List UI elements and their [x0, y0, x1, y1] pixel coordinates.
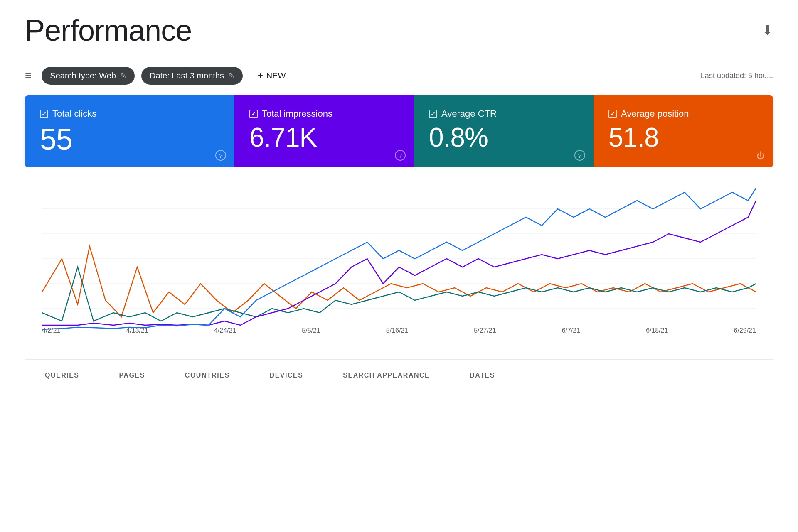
tab-dates[interactable]: DATES	[450, 360, 515, 392]
metric-label-impressions: Total impressions	[249, 108, 399, 119]
metric-info-clicks[interactable]: ?	[215, 150, 226, 161]
metric-value-clicks: 55	[40, 124, 219, 154]
x-label-1: 4/13/21	[126, 327, 148, 334]
search-type-edit-icon: ✎	[120, 71, 126, 80]
search-type-chip[interactable]: Search type: Web ✎	[42, 67, 135, 85]
metrics-container: Total clicks 55 ? Total impressions 6.71…	[25, 95, 773, 167]
filter-icon[interactable]: ≡	[25, 69, 32, 82]
x-label-3: 5/5/21	[302, 327, 320, 334]
download-icon[interactable]: ⬇	[762, 22, 773, 38]
metric-info-ctr[interactable]: ?	[574, 150, 585, 161]
page-container: Performance ⬇ ≡ Search type: Web ✎ Date:…	[0, 0, 798, 532]
x-label-6: 6/7/21	[562, 327, 580, 334]
date-edit-icon: ✎	[228, 71, 234, 80]
toolbar: ≡ Search type: Web ✎ Date: Last 3 months…	[0, 54, 798, 95]
metric-checkbox-clicks[interactable]	[40, 110, 48, 118]
date-chip[interactable]: Date: Last 3 months ✎	[141, 67, 243, 85]
chart-container: 4/2/21 4/13/21 4/24/21 5/5/21 5/16/21 5/…	[25, 167, 773, 360]
metric-card-position[interactable]: Average position 51.8 ⏻	[594, 95, 773, 167]
date-label: Date: Last 3 months	[150, 71, 224, 81]
metric-checkbox-impressions[interactable]	[249, 110, 258, 118]
page-title: Performance	[25, 13, 192, 47]
new-label: NEW	[266, 71, 286, 81]
header: Performance ⬇	[0, 0, 798, 54]
metric-label-clicks: Total clicks	[40, 108, 219, 119]
metric-info-impressions[interactable]: ?	[395, 150, 406, 161]
metric-card-impressions[interactable]: Total impressions 6.71K ?	[234, 95, 414, 167]
tab-search-appearance[interactable]: SEARCH APPEARANCE	[323, 360, 450, 392]
x-label-2: 4/24/21	[214, 327, 236, 334]
metric-label-position: Average position	[608, 108, 758, 119]
metric-card-ctr[interactable]: Average CTR 0.8% ?	[414, 95, 594, 167]
metric-label-ctr: Average CTR	[429, 108, 579, 119]
x-label-7: 6/18/21	[646, 327, 668, 334]
last-updated: Last updated: 5 hou...	[701, 71, 773, 80]
tab-pages[interactable]: PAGES	[99, 360, 165, 392]
bottom-tabs: QUERIES PAGES COUNTRIES DEVICES SEARCH A…	[25, 360, 773, 392]
metric-checkbox-position[interactable]	[608, 110, 617, 118]
tab-devices[interactable]: DEVICES	[250, 360, 323, 392]
metric-value-position: 51.8	[608, 124, 758, 151]
metric-value-impressions: 6.71K	[249, 124, 399, 151]
x-label-0: 4/2/21	[42, 327, 60, 334]
header-actions: ⬇	[762, 22, 773, 38]
x-label-8: 6/29/21	[734, 327, 756, 334]
x-label-5: 5/27/21	[474, 327, 496, 334]
tab-queries[interactable]: QUERIES	[25, 360, 99, 392]
search-type-label: Search type: Web	[50, 71, 116, 81]
metric-checkbox-ctr[interactable]	[429, 110, 437, 118]
tab-countries[interactable]: COUNTRIES	[165, 360, 250, 392]
metric-info-position[interactable]: ⏻	[756, 151, 765, 161]
x-label-4: 5/16/21	[386, 327, 408, 334]
metric-card-clicks[interactable]: Total clicks 55 ?	[25, 95, 234, 167]
plus-icon: +	[258, 70, 263, 81]
new-button[interactable]: + NEW	[249, 66, 294, 85]
performance-chart	[42, 184, 756, 333]
metric-value-ctr: 0.8%	[429, 124, 579, 151]
